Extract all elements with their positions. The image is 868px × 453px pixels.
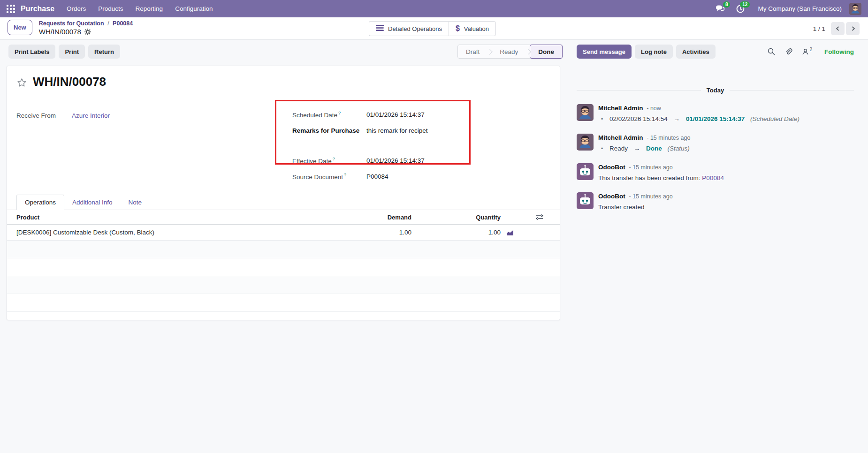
menu-orders[interactable]: Orders	[67, 5, 86, 12]
message-author[interactable]: OdooBot	[598, 193, 625, 200]
print-button[interactable]: Print	[59, 45, 85, 59]
table-header-row: Product Demand Quantity	[7, 210, 560, 225]
table-row[interactable]: [DESK0006] Customizable Desk (Custom, Bl…	[7, 225, 560, 241]
source-document-row: Source Document? P00084	[292, 168, 478, 184]
author-avatar[interactable]	[577, 104, 594, 121]
tracking-field-name: (Status)	[668, 145, 690, 152]
demand-cell[interactable]: 1.00	[355, 229, 411, 236]
column-header-quantity[interactable]: Quantity	[411, 214, 501, 221]
pager-previous-button[interactable]	[831, 22, 845, 35]
company-switcher[interactable]: My Company (San Francisco)	[758, 5, 842, 12]
message-body: Transfer created	[598, 203, 673, 211]
attachment-paperclip-icon[interactable]	[784, 48, 792, 56]
pager-next-button[interactable]	[846, 22, 860, 35]
quantity-cell[interactable]: 1.00	[411, 229, 501, 236]
menu-products[interactable]: Products	[98, 5, 123, 12]
gear-icon[interactable]	[84, 29, 91, 35]
tab-additional-info[interactable]: Additional Info	[64, 195, 121, 210]
message-time: - now	[647, 105, 661, 112]
message-thread: Today Mitchell Admin - now 02/02/2026 15…	[577, 87, 854, 211]
search-messages-icon[interactable]	[768, 48, 775, 55]
effective-date-value[interactable]: 01/01/2026 15:14:37	[366, 157, 425, 164]
followers-count: 2	[809, 47, 812, 52]
notebook-tabs: Operations Additional Info Note	[7, 194, 560, 210]
odoobot-avatar[interactable]	[577, 163, 594, 180]
tracking-change: 02/02/2026 15:14:54 → 01/01/2026 15:14:3…	[598, 115, 799, 123]
form-column: Print Labels Print Return Draft Ready Do…	[0, 40, 569, 453]
remarks-row: Remarks for Purchase this remark for rec…	[292, 122, 478, 138]
source-document-label: Source Document?	[292, 173, 366, 181]
message-author[interactable]: Mitchell Admin	[598, 105, 643, 112]
odoobot-avatar[interactable]	[577, 192, 594, 209]
quantity-history-chart-icon[interactable]	[501, 229, 519, 236]
control-panel: New Requests for Quotation / P00084 WH/I…	[0, 17, 868, 40]
breadcrumb-parent-link[interactable]: Requests for Quotation	[39, 20, 104, 27]
log-note-button[interactable]: Log note	[635, 45, 673, 59]
status-step-ready[interactable]: Ready	[492, 48, 526, 55]
pager-value: 1 / 1	[813, 25, 825, 32]
status-step-done[interactable]: Done	[530, 45, 563, 59]
tab-note[interactable]: Note	[121, 195, 150, 210]
operations-table: Product Demand Quantity [DESK0006] Custo…	[7, 210, 560, 320]
empty-row	[7, 276, 560, 294]
new-button[interactable]: New	[8, 20, 32, 35]
top-navbar: Purchase Orders Products Reporting Confi…	[0, 0, 868, 17]
following-toggle[interactable]: Following	[824, 48, 854, 55]
breadcrumb-current: WH/IN/00078	[39, 27, 81, 37]
print-labels-button[interactable]: Print Labels	[8, 45, 55, 59]
tracking-new-value: 01/01/2026 15:14:37	[686, 115, 745, 122]
tracking-change: Ready → Done (Status)	[598, 144, 690, 153]
source-document-value[interactable]: P00084	[366, 173, 388, 180]
scheduled-date-value[interactable]: 01/01/2026 15:14:37	[366, 111, 425, 118]
scheduled-date-row: Scheduled Date? 01/01/2026 15:14:37	[292, 106, 478, 122]
followers-icon[interactable]: 2	[802, 48, 812, 55]
tracking-old-value: 02/02/2026 15:14:54	[609, 115, 668, 122]
tracking-arrow-icon: →	[634, 145, 640, 152]
chatter-toolbar: Send message Log note Activities 2 Follo…	[577, 45, 854, 59]
author-avatar[interactable]	[577, 134, 594, 151]
empty-row	[7, 241, 560, 258]
receive-from-value-link[interactable]: Azure Interior	[72, 112, 110, 119]
column-header-product[interactable]: Product	[7, 214, 355, 221]
receive-from-label: Receive From	[16, 112, 56, 119]
empty-row	[7, 258, 560, 276]
status-step-draft[interactable]: Draft	[458, 48, 487, 55]
user-avatar[interactable]	[849, 3, 861, 15]
menu-reporting[interactable]: Reporting	[136, 5, 163, 12]
column-header-demand[interactable]: Demand	[355, 214, 411, 221]
favorite-star-icon[interactable]	[16, 77, 27, 88]
tracking-new-value: Done	[646, 145, 662, 152]
message-note: OdooBot - 15 minutes ago Transfer create…	[577, 192, 854, 211]
activities-clock-icon[interactable]: 12	[736, 5, 745, 13]
messages-badge: 8	[723, 1, 731, 8]
form-sheet: WH/IN/00078 Receive From Azure Interior …	[7, 66, 560, 320]
apps-grid-icon[interactable]	[7, 5, 15, 13]
message-note: OdooBot - 15 minutes ago This transfer h…	[577, 163, 854, 182]
remarks-value[interactable]: this remark for recipet	[366, 127, 428, 134]
message-document-link[interactable]: P00084	[702, 174, 724, 181]
message-time: - 15 minutes ago	[629, 193, 673, 200]
scheduled-date-label: Scheduled Date?	[292, 111, 366, 119]
optional-columns-icon[interactable]	[519, 214, 560, 220]
return-button[interactable]: Return	[88, 45, 120, 59]
message-author[interactable]: Mitchell Admin	[598, 134, 643, 141]
valuation-button[interactable]: $ Valuation	[449, 21, 496, 36]
remarks-label: Remarks for Purchase	[292, 127, 366, 134]
pager: 1 / 1	[813, 22, 860, 35]
list-icon	[376, 25, 384, 32]
product-cell[interactable]: [DESK0006] Customizable Desk (Custom, Bl…	[7, 229, 355, 236]
message-text: This transfer has been created from:	[598, 174, 702, 181]
breadcrumb: Requests for Quotation / P00084 WH/IN/00…	[39, 20, 133, 37]
send-message-button[interactable]: Send message	[577, 45, 632, 59]
app-name[interactable]: Purchase	[21, 5, 54, 13]
message-author[interactable]: OdooBot	[598, 164, 625, 171]
activities-button[interactable]: Activities	[676, 45, 716, 59]
help-marker-icon: ?	[338, 111, 341, 115]
menu-configuration[interactable]: Configuration	[175, 5, 213, 12]
breadcrumb-ref-link[interactable]: P00084	[113, 20, 133, 27]
messages-icon[interactable]: 8	[716, 5, 725, 13]
message-tracking: Mitchell Admin - 15 minutes ago Ready → …	[577, 134, 854, 153]
tab-operations[interactable]: Operations	[16, 195, 64, 210]
tracking-arrow-icon: →	[674, 115, 680, 122]
detailed-operations-button[interactable]: Detailed Operations	[369, 21, 449, 36]
